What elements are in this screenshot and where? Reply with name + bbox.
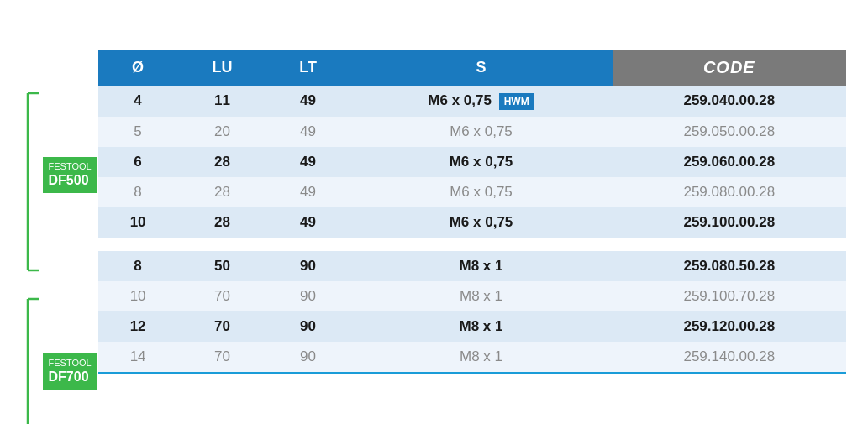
cell-s: M6 x 0,75 [350, 117, 613, 147]
cell-lt: 49 [266, 117, 350, 147]
cell-lt: 90 [266, 342, 350, 372]
cell-lt: 90 [266, 251, 350, 281]
cell-diameter: 6 [98, 147, 178, 177]
table-body: 41149M6 x 0,75 HWM259.040.00.2852049M6 x… [98, 86, 846, 372]
separator-row [98, 238, 846, 251]
cell-code: 259.040.00.28 [613, 86, 845, 117]
cell-diameter: 4 [98, 86, 178, 117]
header-lu: LU [178, 50, 267, 86]
header-lt: LT [266, 50, 350, 86]
cell-code: 259.080.50.28 [613, 251, 845, 281]
separator-cell [613, 238, 845, 251]
cell-lt: 49 [266, 147, 350, 177]
cell-code: 259.050.00.28 [613, 117, 845, 147]
table-row: 52049M6 x 0,75259.050.00.28 [98, 117, 846, 147]
cell-s: M6 x 0,75 [350, 147, 613, 177]
table-row: 147090M8 x 1259.140.00.28 [98, 342, 846, 372]
cell-lt: 90 [266, 311, 350, 342]
cell-lu: 28 [178, 207, 267, 238]
page-wrapper: FESTOOL DF500 FESTOOL DF700 Ø LU LT S CO… [23, 50, 846, 374]
cell-s: M6 x 0,75 HWM [350, 86, 613, 117]
data-table: Ø LU LT S CODE 41149M6 x 0,75 HWM259.040… [98, 50, 846, 372]
cell-lu: 70 [178, 281, 267, 311]
cell-diameter: 10 [98, 207, 178, 238]
separator-cell [98, 238, 178, 251]
df700-brand-line1: FESTOOL [49, 358, 92, 369]
cell-lu: 70 [178, 342, 267, 372]
cell-diameter: 12 [98, 311, 178, 342]
cell-s: M6 x 0,75 [350, 177, 613, 207]
cell-diameter: 8 [98, 177, 178, 207]
cell-lt: 49 [266, 177, 350, 207]
cell-s: M8 x 1 [350, 342, 613, 372]
separator-cell [266, 238, 350, 251]
df700-label: FESTOOL DF700 [43, 353, 97, 389]
cell-lu: 70 [178, 311, 267, 342]
main-table-container: Ø LU LT S CODE 41149M6 x 0,75 HWM259.040… [98, 50, 846, 374]
cell-diameter: 8 [98, 251, 178, 281]
table-row: 127090M8 x 1259.120.00.28 [98, 311, 846, 342]
cell-s: M6 x 0,75 [350, 207, 613, 238]
table-row: 102849M6 x 0,75259.100.00.28 [98, 207, 846, 238]
cell-diameter: 14 [98, 342, 178, 372]
cell-code: 259.080.00.28 [613, 177, 845, 207]
df500-label: FESTOOL DF500 [43, 157, 97, 192]
cell-lu: 11 [178, 86, 267, 117]
header-row: Ø LU LT S CODE [98, 50, 846, 86]
separator-cell [350, 238, 613, 251]
cell-lu: 50 [178, 251, 267, 281]
table-row: 85090M8 x 1259.080.50.28 [98, 251, 846, 281]
cell-lu: 28 [178, 177, 267, 207]
cell-lu: 28 [178, 147, 267, 177]
cell-code: 259.120.00.28 [613, 311, 845, 342]
header-diameter: Ø [98, 50, 178, 86]
hwm-badge: HWM [499, 93, 534, 110]
df500-brand-line1: FESTOOL [49, 161, 92, 172]
df500-bracket-svg [24, 92, 43, 272]
cell-code: 259.100.00.28 [613, 207, 845, 238]
sidebar: FESTOOL DF500 FESTOOL DF700 [23, 50, 94, 374]
df700-bracket-svg [24, 297, 43, 424]
cell-code: 259.140.00.28 [613, 342, 845, 372]
cell-s: M8 x 1 [350, 251, 613, 281]
table-row: 41149M6 x 0,75 HWM259.040.00.28 [98, 86, 846, 117]
separator-cell [178, 238, 267, 251]
header-s: S [350, 50, 613, 86]
table-row: 82849M6 x 0,75259.080.00.28 [98, 177, 846, 207]
cell-lt: 49 [266, 207, 350, 238]
cell-code: 259.100.70.28 [613, 281, 845, 311]
header-code: CODE [613, 50, 845, 86]
cell-lt: 90 [266, 281, 350, 311]
cell-diameter: 5 [98, 117, 178, 147]
cell-code: 259.060.00.28 [613, 147, 845, 177]
table-row: 62849M6 x 0,75259.060.00.28 [98, 147, 846, 177]
cell-s: M8 x 1 [350, 281, 613, 311]
table-row: 107090M8 x 1259.100.70.28 [98, 281, 846, 311]
df700-brand-line2: DF700 [49, 369, 92, 385]
cell-diameter: 10 [98, 281, 178, 311]
cell-lu: 20 [178, 117, 267, 147]
df500-brand-line2: DF500 [49, 172, 92, 188]
cell-lt: 49 [266, 86, 350, 117]
cell-s: M8 x 1 [350, 311, 613, 342]
